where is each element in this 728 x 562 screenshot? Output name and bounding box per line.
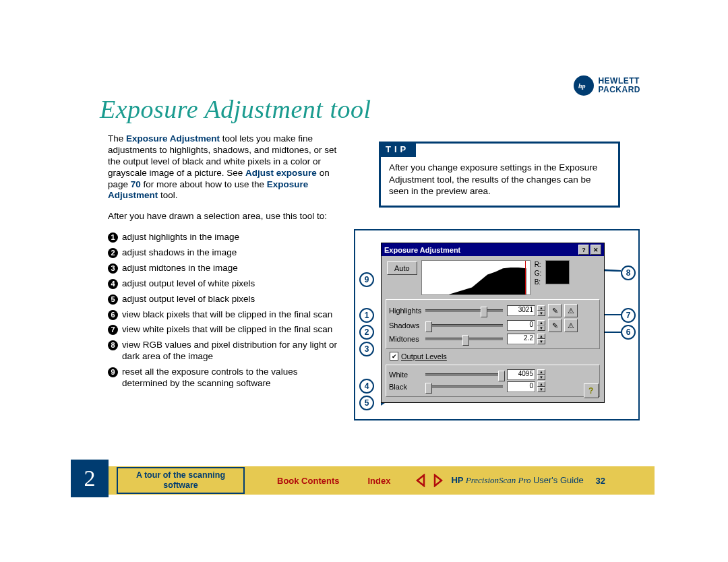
black-value[interactable]: 0 [507,381,535,392]
highlights-value[interactable]: 3021 [507,305,535,316]
shadows-eyedropper-icon[interactable]: ✎ [548,319,562,332]
white-slider[interactable] [425,373,503,376]
callout-4: 4 [359,379,374,394]
highlights-slider[interactable] [425,309,503,312]
white-label: White [389,371,425,379]
dialog-help-icon[interactable]: ? [584,383,599,398]
midtones-label: Midtones [389,335,425,343]
list-item: 9reset all the exposure controls to the … [108,367,344,389]
svg-text:hp: hp [578,82,586,90]
shadows-warning-icon[interactable]: ⚠ [564,319,578,332]
callout-3: 3 [359,342,374,356]
link-page-70[interactable]: 70 [131,179,141,189]
hp-logo: hp HEWLETT PACKARD [574,75,640,96]
list-item: 3adjust midtones in the image [108,263,344,274]
highlights-warning-icon[interactable]: ⚠ [564,304,578,317]
close-button[interactable]: ✕ [590,245,601,255]
list-item: 1adjust highlights in the image [108,232,344,243]
callout-9: 9 [359,272,374,287]
svg-marker-17 [435,475,442,486]
shadows-spinner[interactable]: ▲▼ [537,320,545,331]
exposure-dialog: Exposure Adjustment ? ✕ Auto R: G: [381,243,605,403]
histogram [421,260,530,295]
midtones-slider[interactable] [425,338,503,340]
page-title: Exposure Adjustment tool [100,94,371,124]
chapter-title-link[interactable]: A tour of the scanning software [117,467,245,494]
tip-box: TIP After you change exposure settings i… [379,142,620,208]
tip-header: TIP [379,142,416,157]
context-help-button[interactable]: ? [578,245,589,255]
midtones-spinner[interactable]: ▲▼ [537,334,545,344]
output-levels-checkbox[interactable]: ✔ Output Levels [390,352,600,361]
link-adjust-exposure[interactable]: Adjust exposure [245,168,317,178]
list-item: 8view RGB values and pixel distribution … [108,340,344,363]
page-number: 32 [596,476,605,486]
shadows-value[interactable]: 0 [507,320,535,331]
sample-swatch [545,260,570,284]
book-contents-link[interactable]: Book Contents [277,476,339,486]
callout-2: 2 [359,325,374,340]
shadows-label: Shadows [389,321,425,330]
lead-sentence: After you have drawn a selection area, u… [108,211,344,222]
guide-title: HP PrecisionScan Pro User's Guide [451,475,583,486]
callout-1: 1 [359,308,374,323]
dialog-figure: 9 1 2 3 4 5 8 7 6 Exposure Adjustment ? … [354,229,640,420]
black-spinner[interactable]: ▲▼ [537,381,545,392]
list-item: 5adjust output level of black pixels [108,294,344,305]
highlights-eyedropper-icon[interactable]: ✎ [548,304,562,317]
tool-name: Exposure Adjustment [126,133,220,144]
highlights-spinner[interactable]: ▲▼ [537,305,545,316]
list-item: 6view black pixels that will be clipped … [108,309,344,321]
list-item: 4adjust output level of white pixels [108,278,344,290]
prev-page-icon[interactable] [415,474,428,487]
hp-logo-mark: hp [574,75,594,96]
dialog-titlebar[interactable]: Exposure Adjustment ? ✕ [382,243,604,256]
white-value[interactable]: 4095 [507,369,535,380]
white-spinner[interactable]: ▲▼ [537,369,545,380]
dialog-title-text: Exposure Adjustment [384,246,460,254]
midtones-value[interactable]: 2.2 [507,334,535,344]
list-item: 2adjust shadows in the image [108,247,344,259]
rgb-readout: R: G: B: [535,260,542,286]
next-page-icon[interactable] [431,474,444,487]
chapter-number: 2 [71,460,109,497]
svg-text:?: ? [588,387,593,395]
shadows-slider[interactable] [425,324,503,327]
intro-paragraph: The Exposure Adjustment tool lets you ma… [108,133,344,201]
black-slider[interactable] [425,385,503,388]
black-label: Black [389,383,425,391]
checkbox-icon[interactable]: ✔ [390,352,398,361]
auto-button[interactable]: Auto [387,261,417,275]
feature-list: 1adjust highlights in the image 2adjust … [108,232,344,389]
callout-5: 5 [359,396,374,410]
index-link[interactable]: Index [367,476,390,486]
list-item: 7view white pixels that will be clipped … [108,324,344,336]
svg-marker-16 [417,475,424,486]
logo-line2: PACKARD [598,86,640,94]
body-column: The Exposure Adjustment tool lets you ma… [108,133,344,394]
footer-bar: 2 A tour of the scanning software Book C… [71,466,655,495]
highlights-label: Highlights [389,307,425,315]
